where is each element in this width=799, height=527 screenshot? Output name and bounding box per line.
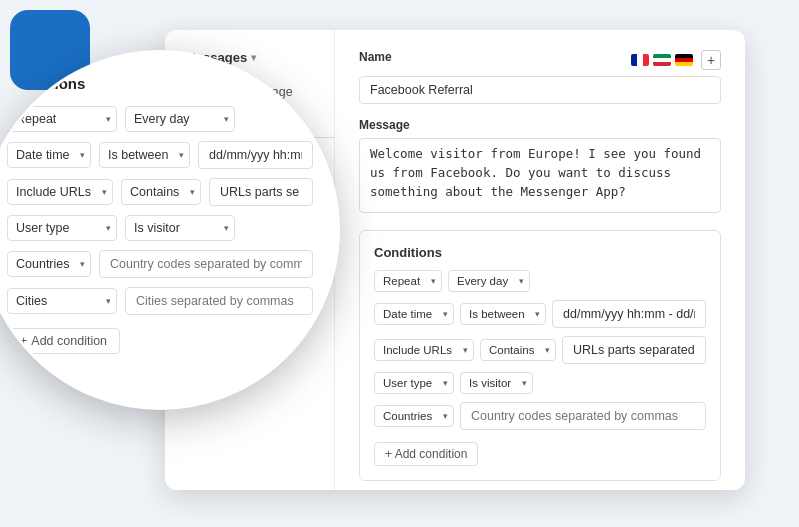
datetime-select[interactable]: Date time bbox=[374, 303, 454, 325]
every-day-select[interactable]: Every day bbox=[448, 270, 530, 292]
chevron-down-icon: ▾ bbox=[251, 52, 256, 63]
magnify-is-visitor-select[interactable]: Is visitor bbox=[125, 215, 235, 241]
user-type-select[interactable]: User type bbox=[374, 372, 454, 394]
cond-row-usertype: User type Is visitor bbox=[374, 372, 706, 394]
magnify-user-type-select[interactable]: User type bbox=[7, 215, 117, 241]
is-visitor-select[interactable]: Is visitor bbox=[460, 372, 533, 394]
magnify-countries-select[interactable]: Countries bbox=[7, 251, 91, 277]
name-label: Name bbox=[359, 50, 392, 64]
conditions-panel: Conditions Repeat Every day bbox=[359, 230, 721, 481]
cond-row-urls: Include URLs Contains bbox=[374, 336, 706, 364]
name-field-group: Name + bbox=[359, 50, 721, 104]
country-codes-input[interactable] bbox=[460, 402, 706, 430]
magnify-add-condition-button[interactable]: + Add condition bbox=[7, 328, 120, 354]
message-field-group: Message bbox=[359, 118, 721, 216]
add-language-button[interactable]: + bbox=[701, 50, 721, 70]
card-content: Name + Message Conditions R bbox=[335, 30, 745, 490]
flag-icons-group: + bbox=[631, 50, 721, 70]
magnify-row-usertype: User type Is visitor bbox=[7, 215, 313, 241]
cond-row-repeat: Repeat Every day bbox=[374, 270, 706, 292]
flag-de-icon bbox=[675, 54, 693, 66]
conditions-title: Conditions bbox=[374, 245, 706, 260]
name-input[interactable] bbox=[359, 76, 721, 104]
magnify-cities-select[interactable]: Cities bbox=[7, 288, 117, 314]
magnify-row-datetime: Date time Is between bbox=[7, 141, 313, 169]
magnify-include-urls-select[interactable]: Include URLs bbox=[7, 179, 113, 205]
magnify-every-day-select[interactable]: Every day bbox=[125, 106, 235, 132]
magnify-repeat-select[interactable]: Repeat bbox=[7, 106, 117, 132]
magnify-country-codes-input[interactable] bbox=[99, 250, 313, 278]
include-urls-select[interactable]: Include URLs bbox=[374, 339, 474, 361]
datetime-range-input[interactable] bbox=[552, 300, 706, 328]
magnify-row-cities: Cities bbox=[7, 287, 313, 315]
add-condition-button[interactable]: + Add condition bbox=[374, 442, 478, 466]
magnify-row-urls: Include URLs Contains bbox=[7, 178, 313, 206]
cond-row-datetime: Date time Is between bbox=[374, 300, 706, 328]
repeat-select[interactable]: Repeat bbox=[374, 270, 442, 292]
message-label: Message bbox=[359, 118, 721, 132]
magnify-is-between-select[interactable]: Is between bbox=[99, 142, 190, 168]
flag-it-icon bbox=[653, 54, 671, 66]
magnify-datetime-input[interactable] bbox=[198, 141, 313, 169]
urls-parts-input[interactable] bbox=[562, 336, 706, 364]
magnify-contains-select[interactable]: Contains bbox=[121, 179, 201, 205]
cond-row-countries: Countries bbox=[374, 402, 706, 430]
countries-select[interactable]: Countries bbox=[374, 405, 454, 427]
magnify-urls-input[interactable] bbox=[209, 178, 313, 206]
magnify-cities-input[interactable] bbox=[125, 287, 313, 315]
magnify-datetime-select[interactable]: Date time bbox=[7, 142, 91, 168]
magnify-row-repeat: Repeat Every day bbox=[7, 106, 313, 132]
magnify-row-countries: Countries bbox=[7, 250, 313, 278]
contains-select[interactable]: Contains bbox=[480, 339, 556, 361]
message-textarea[interactable] bbox=[359, 138, 721, 213]
flag-fr-icon bbox=[631, 54, 649, 66]
is-between-select[interactable]: Is between bbox=[460, 303, 546, 325]
plus-icon: + bbox=[20, 334, 27, 348]
